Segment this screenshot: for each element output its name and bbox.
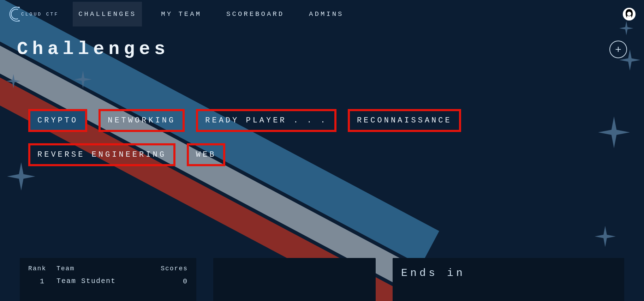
col-team: Team bbox=[56, 265, 145, 272]
logo-icon bbox=[8, 5, 22, 23]
nav-my-team[interactable]: MY TEAM bbox=[155, 2, 207, 26]
avatar[interactable] bbox=[623, 8, 636, 20]
page-title: Challenges bbox=[17, 39, 169, 60]
nav-challenges[interactable]: CHALLENGES bbox=[73, 2, 142, 26]
brand-logo[interactable]: CLOUD CTF bbox=[8, 5, 59, 23]
col-scores: Scores bbox=[145, 265, 188, 272]
header: CLOUD CTF CHALLENGES MY TEAM SCOREBOARD … bbox=[0, 0, 644, 25]
timer-label: Ends in bbox=[401, 265, 616, 283]
category-reverse-engineering[interactable]: REVERSE ENGINEERING bbox=[28, 143, 175, 166]
svg-point-4 bbox=[627, 16, 631, 20]
bottom-panels: Rank Team Scores 1 Team Student 0 Ends i… bbox=[0, 166, 644, 301]
timer-panel: Ends in bbox=[393, 258, 624, 301]
nav-admins[interactable]: ADMINS bbox=[303, 2, 349, 26]
col-rank: Rank bbox=[28, 265, 56, 272]
top-nav: CHALLENGES MY TEAM SCOREBOARD ADMINS bbox=[73, 2, 349, 26]
title-row: Challenges + bbox=[0, 25, 644, 67]
brand-name: CLOUD CTF bbox=[21, 12, 59, 17]
category-web[interactable]: WEB bbox=[187, 143, 226, 166]
scoreboard-header: Rank Team Scores bbox=[28, 265, 188, 277]
avatar-icon bbox=[623, 8, 636, 20]
scoreboard-panel: Rank Team Scores 1 Team Student 0 bbox=[20, 258, 196, 301]
category-list: CRYPTO NETWORKING READY PLAYER . . . REC… bbox=[0, 67, 644, 166]
cell-score: 0 bbox=[145, 277, 188, 285]
middle-panel bbox=[213, 258, 376, 301]
svg-point-1 bbox=[18, 20, 20, 22]
category-reconnaissance[interactable]: RECONNAISSANCE bbox=[348, 109, 461, 132]
plus-icon: + bbox=[615, 44, 621, 55]
cell-team: Team Student bbox=[56, 277, 145, 285]
cell-rank: 1 bbox=[28, 277, 56, 285]
table-row: 1 Team Student 0 bbox=[28, 277, 188, 285]
category-networking[interactable]: NETWORKING bbox=[99, 109, 185, 132]
category-ready-player[interactable]: READY PLAYER . . . bbox=[196, 109, 336, 132]
svg-point-0 bbox=[18, 7, 20, 8]
svg-point-3 bbox=[627, 12, 631, 16]
category-crypto[interactable]: CRYPTO bbox=[28, 109, 87, 132]
nav-scoreboard[interactable]: SCOREBOARD bbox=[221, 2, 290, 26]
add-button[interactable]: + bbox=[609, 41, 627, 58]
